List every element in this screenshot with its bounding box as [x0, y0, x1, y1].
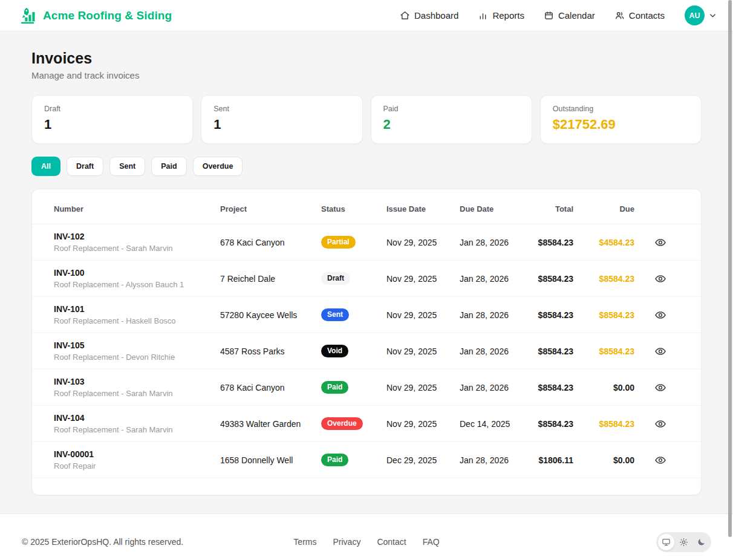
invoice-row[interactable]: INV-100 Roof Replacement - Alysson Bauch…: [32, 261, 701, 297]
stat-value: 2: [383, 117, 520, 132]
footer-link-contact[interactable]: Contact: [377, 537, 406, 547]
users-icon: [614, 10, 625, 21]
column-header-total: Total: [525, 204, 573, 213]
invoice-row[interactable]: INV-102 Roof Replacement - Sarah Marvin …: [32, 224, 701, 261]
stat-card: Sent 1: [201, 95, 362, 144]
invoice-row[interactable]: INV-105 Roof Replacement - Devon Ritchie…: [32, 333, 701, 370]
eye-icon: [654, 350, 666, 359]
invoice-row[interactable]: INV-101 Roof Replacement - Haskell Bosco…: [32, 297, 701, 333]
due-date-cell: Jan 28, 2026: [460, 383, 525, 392]
vertical-scrollbar[interactable]: [727, 0, 733, 560]
view-invoice-button[interactable]: [652, 307, 669, 324]
project-cell: 7 Reichel Dale: [220, 274, 321, 284]
invoice-row[interactable]: INV-00001 Roof Repair 1658 Donnelly Well…: [32, 442, 701, 478]
due-cell: $0.00: [573, 455, 634, 465]
invoices-table: Number Project Status Issue Date Due Dat…: [31, 189, 702, 495]
status-badge: Draft: [321, 272, 350, 285]
invoice-number-cell: INV-100 Roof Replacement - Alysson Bauch…: [54, 268, 220, 289]
footer-link-terms[interactable]: Terms: [293, 537, 316, 547]
status-cell: Overdue: [321, 417, 386, 430]
invoice-row[interactable]: INV-104 Roof Replacement - Sarah Marvin …: [32, 406, 701, 442]
nav-label: Calendar: [558, 10, 595, 21]
nav-item-reports[interactable]: Reports: [470, 5, 532, 25]
invoice-row[interactable]: INV-103 Roof Replacement - Sarah Marvin …: [32, 370, 701, 406]
nav-label: Contacts: [629, 10, 665, 21]
invoice-description: Roof Replacement - Sarah Marvin: [54, 244, 220, 253]
total-cell: $1806.11: [525, 455, 573, 465]
view-invoice-button[interactable]: [652, 379, 669, 396]
actions-cell: [634, 270, 686, 287]
total-cell: $8584.23: [525, 383, 573, 392]
brand[interactable]: Acme Roofing & Siding: [19, 7, 172, 25]
column-header-issue-date: Issue Date: [386, 204, 460, 213]
theme-system-button[interactable]: [658, 534, 674, 550]
footer-link-faq[interactable]: FAQ: [423, 537, 440, 547]
status-cell: Void: [321, 345, 386, 357]
due-cell: $8584.23: [573, 347, 634, 356]
nav-item-contacts[interactable]: Contacts: [607, 5, 673, 25]
main-nav: Dashboard Reports Calendar: [392, 5, 717, 25]
view-invoice-button[interactable]: [652, 452, 669, 469]
filter-chip-sent[interactable]: Sent: [109, 157, 145, 176]
invoice-number-cell: INV-102 Roof Replacement - Sarah Marvin: [54, 232, 220, 253]
filter-chip-overdue[interactable]: Overdue: [193, 157, 243, 176]
invoice-number: INV-105: [54, 340, 220, 350]
view-invoice-button[interactable]: [652, 234, 669, 251]
view-invoice-button[interactable]: [652, 270, 669, 287]
invoice-description: Roof Replacement - Sarah Marvin: [54, 425, 220, 434]
view-invoice-button[interactable]: [652, 415, 669, 432]
invoice-number-cell: INV-101 Roof Replacement - Haskell Bosco: [54, 304, 220, 325]
theme-dark-button[interactable]: [693, 534, 709, 550]
project-cell: 57280 Kaycee Wells: [220, 310, 321, 320]
avatar[interactable]: AU: [685, 5, 705, 25]
status-cell: Partial: [321, 236, 386, 249]
due-cell: $8584.23: [573, 419, 634, 429]
view-invoice-button[interactable]: [652, 343, 669, 360]
total-cell: $8584.23: [525, 347, 573, 356]
stat-cards: Draft 1 Sent 1 Paid 2 Outstanding $21752…: [31, 95, 702, 144]
due-cell: $8584.23: [573, 274, 634, 284]
chevron-down-icon: [708, 11, 717, 20]
footer-right: [440, 532, 711, 552]
due-date-cell: Jan 28, 2026: [460, 310, 525, 320]
status-cell: Draft: [321, 272, 386, 285]
actions-cell: [634, 379, 686, 396]
due-date-cell: Jan 28, 2026: [460, 274, 525, 284]
nav-item-dashboard[interactable]: Dashboard: [392, 5, 466, 25]
issue-date-cell: Nov 29, 2025: [386, 347, 460, 356]
user-menu[interactable]: AU: [685, 5, 717, 25]
stat-card: Draft 1: [31, 95, 193, 144]
status-badge: Partial: [321, 236, 356, 249]
actions-cell: [634, 234, 686, 251]
filter-chip-draft[interactable]: Draft: [67, 157, 103, 176]
actions-cell: [634, 343, 686, 360]
issue-date-cell: Nov 29, 2025: [386, 383, 460, 392]
actions-cell: [634, 452, 686, 469]
issue-date-cell: Nov 29, 2025: [386, 238, 460, 247]
status-badge: Sent: [321, 308, 349, 321]
filter-chip-paid[interactable]: Paid: [151, 157, 186, 176]
stat-card: Paid 2: [371, 95, 532, 144]
column-header-number: Number: [54, 204, 220, 213]
eye-icon: [654, 278, 666, 287]
invoice-description: Roof Repair: [54, 461, 220, 470]
logo-rocket-chart-icon: [19, 7, 37, 25]
actions-cell: [634, 307, 686, 324]
nav-label: Dashboard: [414, 10, 458, 21]
home-icon: [400, 10, 410, 21]
filter-chip-all[interactable]: All: [31, 157, 60, 176]
scrollbar-thumb[interactable]: [728, 0, 732, 537]
footer-link-privacy[interactable]: Privacy: [333, 537, 360, 547]
nav-item-calendar[interactable]: Calendar: [536, 5, 603, 25]
theme-light-button[interactable]: [676, 534, 692, 550]
page-footer: © 2025 ExteriorOpsHQ. All rights reserve…: [0, 513, 733, 560]
total-cell: $8584.23: [525, 419, 573, 429]
invoice-number-cell: INV-103 Roof Replacement - Sarah Marvin: [54, 377, 220, 398]
invoice-table-body: INV-102 Roof Replacement - Sarah Marvin …: [32, 224, 701, 478]
page-subtitle: Manage and track invoices: [31, 70, 702, 80]
stat-label: Sent: [213, 105, 350, 113]
due-date-cell: Jan 28, 2026: [460, 347, 525, 356]
due-cell: $0.00: [573, 383, 634, 392]
monitor-icon: [662, 538, 671, 547]
issue-date-cell: Dec 29, 2025: [386, 455, 460, 465]
